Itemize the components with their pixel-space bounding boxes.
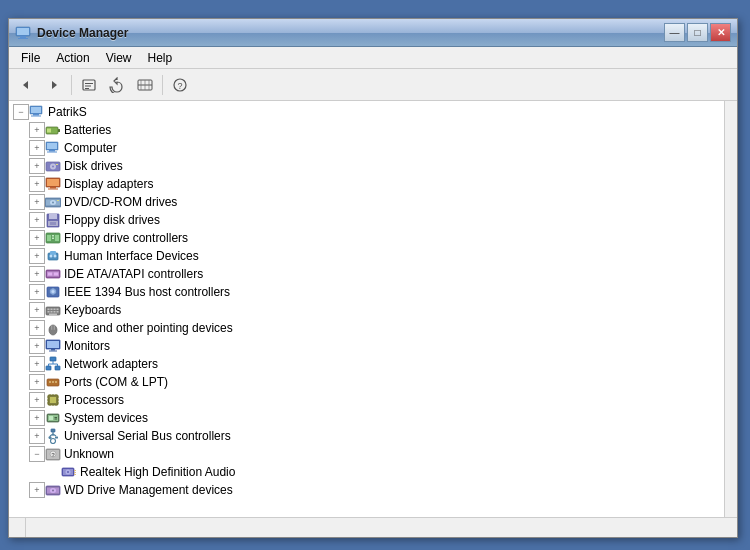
display-expander[interactable]: + xyxy=(29,176,45,192)
tree-item-network[interactable]: + Network adapters xyxy=(9,355,724,373)
tree-item-keyboard[interactable]: + Keyboards xyxy=(9,301,724,319)
device-tree[interactable]: − PatrikS + xyxy=(9,101,725,517)
tree-item-processors[interactable]: + xyxy=(9,391,724,409)
svg-point-121 xyxy=(67,471,69,473)
scan-button[interactable] xyxy=(132,73,158,97)
realtek-expander xyxy=(45,464,61,480)
batteries-expander[interactable]: + xyxy=(29,122,45,138)
toolbar-separator-1 xyxy=(71,75,72,95)
system-label: System devices xyxy=(64,411,148,425)
tree-item-hid[interactable]: + Human Interface Devices xyxy=(9,247,724,265)
unknown-expander[interactable]: − xyxy=(29,446,45,462)
disk-expander[interactable]: + xyxy=(29,158,45,174)
svg-point-86 xyxy=(52,381,54,383)
tree-item-floppy-disk[interactable]: + Floppy disk drives xyxy=(9,211,724,229)
tree-item-disk[interactable]: + Disk drives xyxy=(9,157,724,175)
menu-file[interactable]: File xyxy=(13,49,48,67)
svg-rect-46 xyxy=(47,235,51,241)
tree-item-mouse[interactable]: + Mice and other pointing devices xyxy=(9,319,724,337)
svg-rect-31 xyxy=(56,164,58,165)
ports-label: Ports (COM & LPT) xyxy=(64,375,168,389)
monitors-expander[interactable]: + xyxy=(29,338,45,354)
dvd-expander[interactable]: + xyxy=(29,194,45,210)
processors-expander[interactable]: + xyxy=(29,392,45,408)
battery-icon xyxy=(45,122,61,138)
minimize-button[interactable]: — xyxy=(664,23,685,42)
tree-item-usb[interactable]: + Universal Serial Bus controllers xyxy=(9,427,724,445)
svg-rect-63 xyxy=(54,309,56,311)
device-manager-window: Device Manager — □ ✕ File Action View He… xyxy=(8,18,738,538)
root-expander[interactable]: − xyxy=(13,104,29,120)
floppy-ctrl-expander[interactable]: + xyxy=(29,230,45,246)
menu-view[interactable]: View xyxy=(98,49,140,67)
menu-help[interactable]: Help xyxy=(140,49,181,67)
display-icon xyxy=(45,176,61,192)
network-icon xyxy=(45,356,61,372)
tree-item-dvd[interactable]: + DVD/CD-ROM drives xyxy=(9,193,724,211)
tree-item-batteries[interactable]: + Batteries xyxy=(9,121,724,139)
floppy-disk-label: Floppy disk drives xyxy=(64,213,160,227)
dvd-icon xyxy=(45,194,61,210)
unknown-label: Unknown xyxy=(64,447,114,461)
svg-point-59 xyxy=(52,290,55,293)
computer-label: Computer xyxy=(64,141,117,155)
ports-expander[interactable]: + xyxy=(29,374,45,390)
maximize-button[interactable]: □ xyxy=(687,23,708,42)
svg-rect-9 xyxy=(85,88,89,89)
computer-expander[interactable]: + xyxy=(29,140,45,156)
tree-item-computer[interactable]: + Computer xyxy=(9,139,724,157)
ieee-icon xyxy=(45,284,61,300)
svg-rect-27 xyxy=(47,152,57,153)
keyboard-label: Keyboards xyxy=(64,303,121,317)
svg-point-128 xyxy=(52,490,54,492)
help-button[interactable]: ? xyxy=(167,73,193,97)
hid-expander[interactable]: + xyxy=(29,248,45,264)
network-expander[interactable]: + xyxy=(29,356,45,372)
tree-item-floppy-ctrl[interactable]: + Floppy drive controllers xyxy=(9,229,724,247)
svg-rect-67 xyxy=(54,311,56,313)
computer-node-icon xyxy=(45,140,61,156)
svg-rect-34 xyxy=(50,187,56,189)
svg-rect-48 xyxy=(52,238,54,240)
tree-item-realtek[interactable]: Realtek High Definition Audio xyxy=(9,463,724,481)
wd-expander[interactable]: + xyxy=(29,482,45,498)
ide-expander[interactable]: + xyxy=(29,266,45,282)
svg-rect-75 xyxy=(51,349,55,351)
usb-expander[interactable]: + xyxy=(29,428,45,444)
properties-button[interactable] xyxy=(76,73,102,97)
monitors-label: Monitors xyxy=(64,339,110,353)
tree-root[interactable]: − PatrikS xyxy=(9,103,724,121)
tree-item-ports[interactable]: + Ports (COM & LPT) xyxy=(9,373,724,391)
computer-icon xyxy=(29,104,45,120)
svg-rect-20 xyxy=(31,116,41,117)
tree-item-monitors[interactable]: + Monitors xyxy=(9,337,724,355)
system-expander[interactable]: + xyxy=(29,410,45,426)
window-icon xyxy=(15,25,31,41)
tree-item-ieee[interactable]: + IEEE 1394 Bus host controllers xyxy=(9,283,724,301)
mouse-label: Mice and other pointing devices xyxy=(64,321,233,335)
tree-item-display[interactable]: + Display adapters xyxy=(9,175,724,193)
close-button[interactable]: ✕ xyxy=(710,23,731,42)
forward-button[interactable] xyxy=(41,73,67,97)
floppy-disk-expander[interactable]: + xyxy=(29,212,45,228)
title-buttons: — □ ✕ xyxy=(664,23,731,42)
tree-item-ide[interactable]: + IDE ATA/ATAPI controllers xyxy=(9,265,724,283)
menu-action[interactable]: Action xyxy=(48,49,97,67)
svg-rect-44 xyxy=(50,222,56,225)
floppy-ctrl-label: Floppy drive controllers xyxy=(64,231,188,245)
tree-item-system[interactable]: + System devices xyxy=(9,409,724,427)
svg-point-30 xyxy=(52,166,54,168)
ieee-expander[interactable]: + xyxy=(29,284,45,300)
mouse-expander[interactable]: + xyxy=(29,320,45,336)
svg-rect-49 xyxy=(55,235,59,241)
keyboard-expander[interactable]: + xyxy=(29,302,45,318)
tree-item-unknown[interactable]: − ? Unknown xyxy=(9,445,724,463)
back-button[interactable] xyxy=(13,73,39,97)
hid-icon xyxy=(45,248,61,264)
svg-rect-35 xyxy=(48,189,58,190)
tree-item-wd[interactable]: + WD Drive Management devices xyxy=(9,481,724,499)
svg-rect-33 xyxy=(47,179,59,186)
root-label: PatrikS xyxy=(48,105,87,119)
update-button[interactable] xyxy=(104,73,130,97)
floppy-ctrl-icon xyxy=(45,230,61,246)
